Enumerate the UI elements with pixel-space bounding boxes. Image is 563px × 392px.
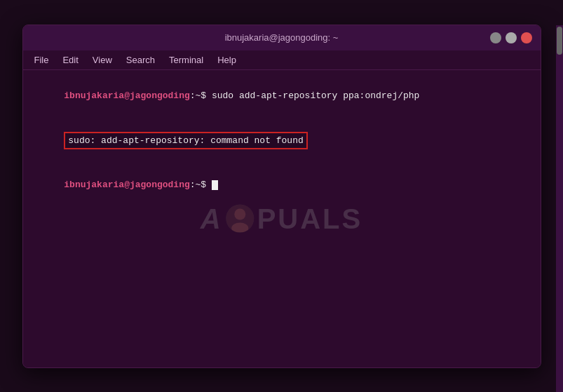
watermark: A PUALS <box>201 203 362 234</box>
watermark-logo: A PUALS <box>201 203 362 234</box>
prompt-3: ibnujakaria@jagongoding <box>64 180 189 190</box>
svg-point-0 <box>226 205 255 233</box>
menu-bar: File Edit View Search Terminal Help <box>23 50 541 70</box>
command-1: sudo add-apt-repository ppa:ondrej/php <box>206 90 419 101</box>
menu-help[interactable]: Help <box>212 53 242 67</box>
terminal-line-1: ibnujakaria@jagongoding:~$ sudo add-apt-… <box>32 76 532 117</box>
watermark-icon <box>226 205 255 233</box>
terminal-line-3: ibnujakaria@jagongoding:~$ <box>32 165 532 206</box>
watermark-letter-a: A <box>201 203 224 234</box>
menu-terminal[interactable]: Terminal <box>163 53 209 67</box>
error-message: sudo: add-apt-repository: command not fo… <box>64 132 307 150</box>
prompt-path-3: :~$ <box>190 180 206 190</box>
svg-point-1 <box>235 209 246 220</box>
prompt-path-1: :~$ <box>190 90 206 101</box>
watermark-text: PUALS <box>257 203 363 234</box>
terminal-window: ibnujakaria@jagongoding: ~ − □ ✕ File Ed… <box>22 25 541 368</box>
prompt-1: ibnujakaria@jagongoding <box>64 90 189 101</box>
close-button[interactable]: ✕ <box>521 32 532 43</box>
maximize-button[interactable]: □ <box>506 32 517 43</box>
cursor <box>212 180 218 190</box>
svg-point-2 <box>232 223 249 233</box>
menu-search[interactable]: Search <box>121 53 161 67</box>
title-bar: ibnujakaria@jagongoding: ~ − □ ✕ <box>23 25 541 50</box>
minimize-button[interactable]: − <box>490 32 501 43</box>
menu-edit[interactable]: Edit <box>57 53 83 67</box>
window-controls: − □ ✕ <box>490 32 532 43</box>
terminal-body[interactable]: ibnujakaria@jagongoding:~$ sudo add-apt-… <box>23 70 541 367</box>
menu-view[interactable]: View <box>87 53 118 67</box>
terminal-line-2: sudo: add-apt-repository: command not fo… <box>32 116 532 165</box>
menu-file[interactable]: File <box>29 53 55 67</box>
window-title: ibnujakaria@jagongoding: ~ <box>225 32 339 43</box>
